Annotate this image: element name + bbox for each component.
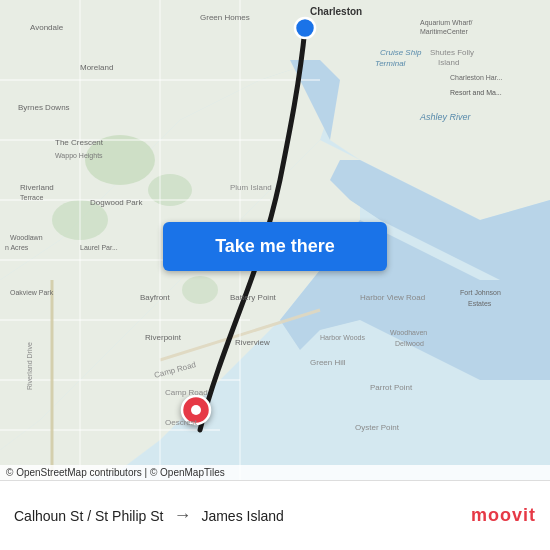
arrow-icon: → bbox=[173, 505, 191, 526]
svg-text:Byrnes Downs: Byrnes Downs bbox=[18, 103, 70, 112]
svg-text:Green Hill: Green Hill bbox=[310, 358, 346, 367]
svg-text:Wappo Heights: Wappo Heights bbox=[55, 152, 103, 160]
svg-text:Fort Johnson: Fort Johnson bbox=[460, 289, 501, 296]
svg-text:Island: Island bbox=[438, 58, 459, 67]
svg-text:n Acres: n Acres bbox=[5, 244, 29, 251]
svg-text:Oescrest: Oescrest bbox=[165, 418, 198, 427]
svg-text:Resort and Ma...: Resort and Ma... bbox=[450, 89, 502, 96]
svg-point-26 bbox=[191, 405, 201, 415]
svg-text:Battery Point: Battery Point bbox=[230, 293, 277, 302]
svg-point-24 bbox=[295, 18, 315, 38]
map-attribution: © OpenStreetMap contributors | © OpenMap… bbox=[0, 465, 550, 480]
bottom-bar: Calhoun St / St Philip St → James Island… bbox=[0, 480, 550, 550]
svg-text:Harbor View Road: Harbor View Road bbox=[360, 293, 425, 302]
origin-label: Calhoun St / St Philip St bbox=[14, 508, 163, 524]
svg-text:Riverland Drive: Riverland Drive bbox=[26, 342, 33, 390]
svg-text:Cruise Ship: Cruise Ship bbox=[380, 48, 422, 57]
svg-text:MaritimeCenter: MaritimeCenter bbox=[420, 28, 469, 35]
svg-text:Charleston: Charleston bbox=[310, 6, 362, 17]
svg-text:Woodhaven: Woodhaven bbox=[390, 329, 427, 336]
route-info: Calhoun St / St Philip St → James Island bbox=[14, 505, 284, 526]
svg-text:Oyster Point: Oyster Point bbox=[355, 423, 400, 432]
svg-text:Woodlawn: Woodlawn bbox=[10, 234, 43, 241]
svg-text:Ashley River: Ashley River bbox=[419, 112, 472, 122]
svg-text:Moreland: Moreland bbox=[80, 63, 113, 72]
svg-text:Terminal: Terminal bbox=[375, 59, 406, 68]
svg-point-11 bbox=[182, 276, 218, 304]
svg-text:Green Homes: Green Homes bbox=[200, 13, 250, 22]
svg-text:Plum Island: Plum Island bbox=[230, 183, 272, 192]
svg-text:Oakview Park: Oakview Park bbox=[10, 289, 54, 296]
svg-text:Bayfront: Bayfront bbox=[140, 293, 171, 302]
svg-text:Dogwood Park: Dogwood Park bbox=[90, 198, 143, 207]
svg-text:Shutes Folly: Shutes Folly bbox=[430, 48, 474, 57]
map-container: Avondale Moreland Green Homes Charleston… bbox=[0, 0, 550, 480]
svg-text:Riverland: Riverland bbox=[20, 183, 54, 192]
svg-text:Estates: Estates bbox=[468, 300, 492, 307]
svg-text:Avondale: Avondale bbox=[30, 23, 64, 32]
svg-text:Charleston Har...: Charleston Har... bbox=[450, 74, 503, 81]
moovit-logo: moovit bbox=[471, 505, 536, 526]
svg-text:Camp Road: Camp Road bbox=[165, 388, 208, 397]
svg-text:Riverview: Riverview bbox=[235, 338, 270, 347]
svg-text:Riverpoint: Riverpoint bbox=[145, 333, 182, 342]
svg-text:Terrace: Terrace bbox=[20, 194, 43, 201]
moovit-brand-name: moovit bbox=[471, 505, 536, 526]
svg-text:Dellwood: Dellwood bbox=[395, 340, 424, 347]
svg-text:The Crescent: The Crescent bbox=[55, 138, 104, 147]
svg-text:Harbor Woods: Harbor Woods bbox=[320, 334, 366, 341]
destination-label: James Island bbox=[201, 508, 283, 524]
take-me-there-button[interactable]: Take me there bbox=[163, 222, 387, 271]
svg-text:Laurel Par...: Laurel Par... bbox=[80, 244, 118, 251]
svg-point-10 bbox=[148, 174, 192, 206]
svg-text:Parrot Point: Parrot Point bbox=[370, 383, 413, 392]
svg-text:Aquarium Wharf/: Aquarium Wharf/ bbox=[420, 19, 473, 27]
